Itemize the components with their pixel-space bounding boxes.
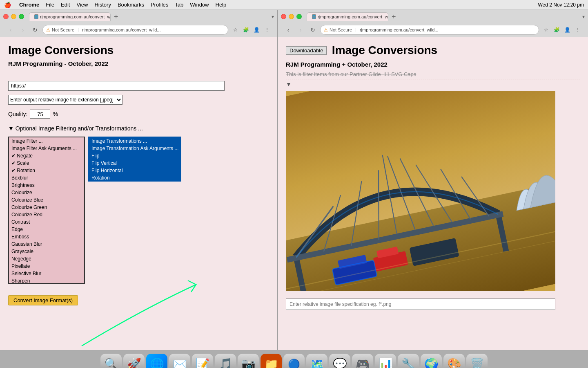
filter-contrast[interactable]: Contrast	[9, 218, 84, 226]
reload-button[interactable]: ↻	[30, 25, 40, 35]
url-input[interactable]	[8, 81, 225, 91]
minimize-button[interactable]	[11, 14, 16, 19]
new-tab-button[interactable]: +	[112, 13, 120, 20]
security-warning-icon: ⚠	[46, 27, 50, 33]
filter-boxblur[interactable]: Boxblur	[9, 174, 84, 182]
menu-tab[interactable]: Tab	[175, 2, 183, 8]
filter-colourize-green[interactable]: Colourize Green	[9, 204, 84, 211]
filter-negedge[interactable]: Negedge	[9, 255, 84, 263]
menu-history[interactable]: History	[94, 2, 111, 8]
image-transform-list[interactable]: Image Transformations ... Image Transfor…	[88, 137, 181, 182]
dock-launchpad[interactable]: 🚀	[123, 354, 145, 368]
extensions-button[interactable]: 🧩	[241, 25, 250, 34]
dropdown-indicator[interactable]: ▼	[286, 81, 580, 88]
transform-list-header[interactable]: Image Transformations ...	[89, 137, 180, 145]
menu-bookmarks[interactable]: Bookmarks	[118, 2, 144, 8]
right-nav-bar: ‹ › ↻ ⚠ Not Secure | rjmprogramming.com.…	[281, 23, 585, 37]
menu-edit[interactable]: Edit	[61, 2, 70, 8]
dock-music[interactable]: 🎵	[215, 354, 236, 368]
menu-window[interactable]: Window	[190, 2, 209, 8]
dock-app4[interactable]: 🔧	[398, 354, 419, 368]
close-button[interactable]	[3, 14, 9, 19]
right-back-button[interactable]: ‹	[283, 25, 293, 35]
filter-colourize-blue[interactable]: Colourize Blue	[9, 196, 84, 204]
right-separator: |	[354, 27, 358, 32]
right-url-text: rjmprogramming.com.au/convert_wild...	[360, 27, 535, 32]
filter-selective-blur[interactable]: Selective Blur	[9, 270, 84, 277]
left-tab-active[interactable]: 🌐 rjmprogramming.com.au/convert_wild...	[29, 12, 111, 21]
dock-app3[interactable]: 📊	[375, 354, 396, 368]
right-maximize-button[interactable]	[296, 14, 302, 19]
dock-mail[interactable]: ✉️	[169, 354, 190, 368]
filter-ask-arguments[interactable]: Image Filter Ask Arguments ...	[9, 145, 84, 152]
datetime-display: Wed 2 Nov 12:20 pm	[538, 2, 584, 8]
right-profile-button[interactable]: 👤	[563, 25, 572, 34]
extension-select[interactable]: Enter output relative image file extensi…	[8, 95, 122, 105]
filter-negate[interactable]: Negate	[9, 152, 84, 159]
left-address-bar[interactable]: ⚠ Not Secure | rjmprogramming.com.au/con…	[42, 25, 228, 35]
dock-safari[interactable]: 🌐	[146, 354, 167, 368]
filter-toggle[interactable]: ▼ Optional Image Filtering and/or Transf…	[8, 125, 269, 132]
transform-rotation[interactable]: Rotation	[89, 174, 180, 182]
downloadable-button[interactable]: Downloadable	[286, 46, 327, 55]
menu-help[interactable]: Help	[216, 2, 227, 8]
dock-notes[interactable]: 📝	[192, 354, 213, 368]
menu-view[interactable]: View	[76, 2, 88, 8]
dock-chrome[interactable]: 🔵	[283, 354, 305, 368]
transform-ask-arguments[interactable]: Image Transformation Ask Arguments ...	[89, 145, 180, 152]
dock-app1[interactable]: 💬	[329, 354, 350, 368]
forward-button[interactable]: ›	[18, 25, 28, 35]
maximize-button[interactable]	[19, 14, 24, 19]
right-tab-list-button[interactable]: ▾	[582, 14, 585, 20]
left-page-title: Image Conversions	[8, 44, 269, 57]
separator: |	[76, 27, 80, 32]
transform-flip-vertical[interactable]: Flip Vertical	[89, 159, 180, 167]
filter-pixellate[interactable]: Pixellate	[9, 263, 84, 270]
filter-edge[interactable]: Edge	[9, 226, 84, 233]
filter-list-header[interactable]: Image Filter ...	[9, 137, 84, 145]
back-button[interactable]: ‹	[6, 25, 16, 35]
menu-chrome[interactable]: Chrome	[19, 2, 39, 8]
dock-trash[interactable]: 🗑️	[466, 354, 488, 368]
menu-profiles[interactable]: Profiles	[151, 2, 168, 8]
tab-favicon: 🌐	[34, 14, 38, 19]
filter-grayscale[interactable]: Grayscale	[9, 248, 84, 255]
right-extensions-button[interactable]: 🧩	[552, 25, 561, 34]
right-new-tab-button[interactable]: +	[390, 13, 398, 20]
right-reload-button[interactable]: ↻	[308, 25, 318, 35]
dock-app2[interactable]: 🎮	[352, 354, 373, 368]
right-close-button[interactable]	[281, 14, 286, 19]
apple-menu[interactable]: 🍎	[4, 2, 11, 8]
filter-colourize-red[interactable]: Colourize Red	[9, 211, 84, 218]
filter-emboss[interactable]: Emboss	[9, 233, 84, 240]
image-filter-list[interactable]: Image Filter ... Image Filter Ask Argume…	[8, 137, 85, 284]
file-spec-input[interactable]	[286, 298, 555, 310]
right-bookmark-star[interactable]: ☆	[541, 25, 550, 34]
right-more-button[interactable]: ⋮	[573, 25, 582, 34]
dock-maps[interactable]: 🗺️	[306, 354, 327, 368]
dock-app5[interactable]: 🌍	[421, 354, 442, 368]
filter-colourize[interactable]: Colourize	[9, 189, 84, 196]
right-address-bar[interactable]: ⚠ Not Secure | rjmprogramming.com.au/con…	[320, 25, 539, 35]
menu-file[interactable]: File	[46, 2, 54, 8]
filter-scale[interactable]: Scale	[9, 159, 84, 167]
dock-photos[interactable]: 📷	[238, 354, 259, 368]
transform-flip-horizontal[interactable]: Flip Horizontal	[89, 167, 180, 174]
right-forward-button[interactable]: ›	[296, 25, 305, 35]
tab-list-button[interactable]: ▾	[272, 14, 274, 20]
right-tab-active[interactable]: 🌐 rjmprogramming.com.au/convert_wild...	[307, 12, 388, 21]
bookmark-star-button[interactable]: ☆	[231, 25, 240, 34]
convert-button[interactable]: Convert Image Format(s)	[8, 295, 78, 305]
dock-filezilla[interactable]: 📁	[261, 354, 282, 368]
filter-rotation[interactable]: Rotation	[9, 167, 84, 174]
dock-finder[interactable]: 🔍	[100, 354, 122, 368]
more-button[interactable]: ⋮	[263, 25, 272, 34]
dock-app6[interactable]: 🎨	[443, 354, 465, 368]
profile-button[interactable]: 👤	[252, 25, 261, 34]
filter-sharpen[interactable]: Sharpen	[9, 277, 84, 284]
right-minimize-button[interactable]	[289, 14, 294, 19]
transform-flip[interactable]: Flip	[89, 152, 180, 159]
quality-input[interactable]	[30, 110, 50, 119]
filter-gaussian-blur[interactable]: Gaussian Blur	[9, 240, 84, 248]
filter-brightness[interactable]: Brightness	[9, 182, 84, 189]
